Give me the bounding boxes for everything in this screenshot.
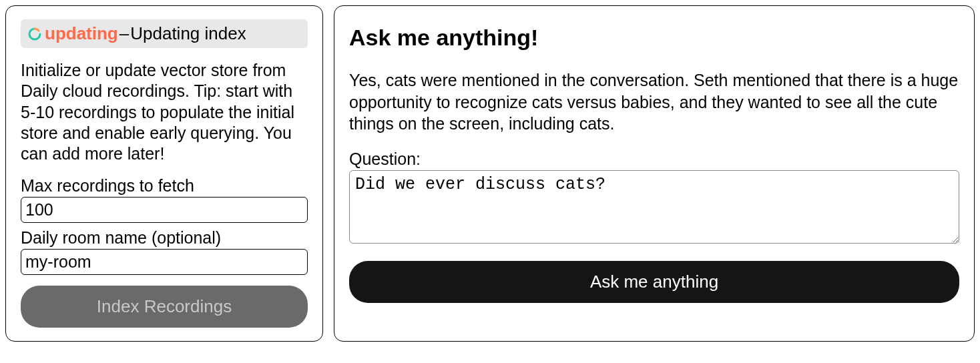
- max-recordings-input[interactable]: [21, 197, 308, 223]
- ask-panel: Ask me anything! Yes, cats were mentione…: [334, 5, 975, 342]
- index-recordings-button[interactable]: Index Recordings: [21, 286, 308, 328]
- index-description: Initialize or update vector store from D…: [21, 60, 308, 164]
- ask-button[interactable]: Ask me anything: [349, 261, 959, 303]
- updating-icon: [27, 27, 42, 41]
- question-label: Question:: [349, 149, 959, 169]
- status-label: updating: [45, 23, 118, 44]
- status-separator: –: [119, 23, 129, 44]
- status-text: Updating index: [130, 23, 246, 44]
- question-input[interactable]: [349, 170, 959, 244]
- index-panel: updating – Updating index Initialize or …: [5, 5, 323, 342]
- room-name-input[interactable]: [21, 249, 308, 275]
- ask-title: Ask me anything!: [349, 25, 959, 51]
- answer-text: Yes, cats were mentioned in the conversa…: [349, 69, 959, 135]
- room-name-label: Daily room name (optional): [21, 228, 308, 248]
- max-recordings-label: Max recordings to fetch: [21, 176, 308, 196]
- status-bar: updating – Updating index: [21, 19, 308, 48]
